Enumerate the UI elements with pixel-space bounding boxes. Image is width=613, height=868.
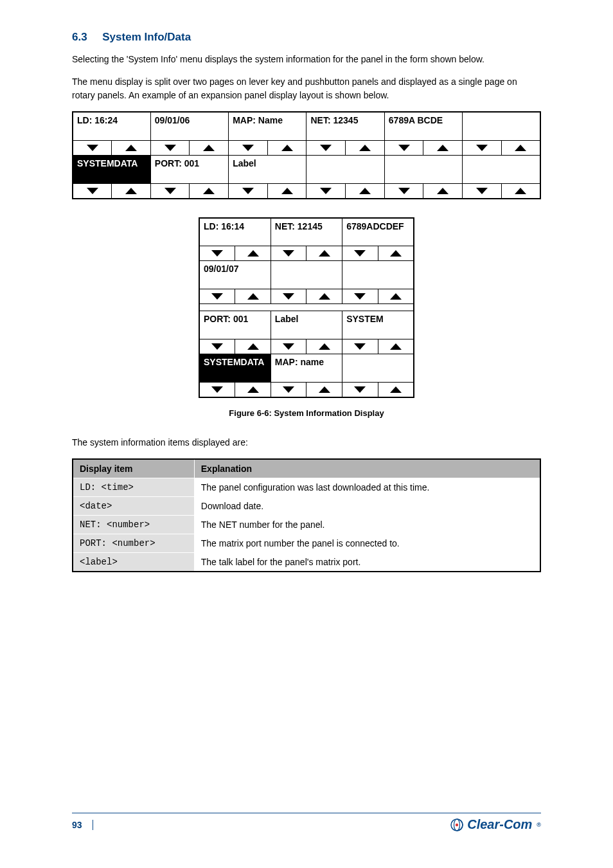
panel-wide-cell [463,155,540,183]
up-arrow-icon [423,184,462,198]
down-arrow-icon [151,184,190,198]
info-table-key: <label> [73,553,194,572]
up-arrow-icon [502,184,540,198]
up-arrow-icon [112,141,150,155]
up-arrow-icon [502,141,540,155]
up-arrow-icon [378,339,413,354]
up-arrow-icon [235,383,270,397]
figure-text: System Information Display [274,408,384,418]
panel-narrow-cell [271,261,342,289]
up-arrow-icon [190,184,228,198]
up-arrow-icon [306,383,342,397]
info-table-key: PORT: <number> [73,534,194,553]
table-row: NET: <number> The NET number for the pan… [73,516,540,534]
down-arrow-icon [229,184,268,198]
info-table: Display item Explanation LD: <time> The … [72,458,541,572]
table-header-row: Display item Explanation [73,459,540,478]
up-arrow-icon [235,339,270,354]
panel-wide-cell: 09/01/06 [150,112,228,140]
up-arrow-icon [378,246,413,260]
panel-narrow-cell: PORT: 001 [199,311,271,339]
info-table-key: LD: <time> [73,478,194,497]
page: 6.3 System Info/Data Selecting the 'Syst… [0,0,613,868]
brand-icon [450,818,463,831]
panel-narrow-cell [342,354,414,383]
panel-narrow-cell-systemdata: SYSTEMDATA [199,354,271,383]
info-table-val: Download date. [194,497,540,516]
up-arrow-icon [268,184,306,198]
up-arrow-icon [235,246,270,260]
down-arrow-icon [342,289,378,303]
intro-paragraph-2: The menu display is split over two pages… [72,75,541,102]
info-table-header: Display item [73,459,194,478]
down-arrow-icon [342,383,378,397]
down-arrow-icon [200,289,235,303]
down-arrow-icon [342,339,378,354]
down-arrow-icon [271,289,307,303]
svg-point-2 [456,823,458,826]
panel-wide-cell [306,155,384,183]
panel-wide-cell: NET: 12345 [306,112,384,140]
panel-divider [271,304,342,311]
down-arrow-icon [463,184,501,198]
info-table-val: The talk label for the panel's matrix po… [194,553,540,572]
info-table-val: The matrix port number the panel is conn… [194,534,540,553]
up-arrow-icon [306,246,342,260]
section-number: 6.3 [72,31,87,43]
down-arrow-icon [306,141,346,155]
table-row: <label> The talk label for the panel's m… [73,553,540,572]
footer-rule [72,813,541,813]
panel-narrow-cell: LD: 16:14 [199,218,271,246]
panel-narrow-cell [342,261,414,289]
down-arrow-icon [271,246,307,260]
panel-wide-cell: MAP: Name [229,112,306,140]
panel-narrow-cell: SYSTEM [342,311,414,339]
panel-divider [199,304,271,311]
down-arrow-icon [385,141,424,155]
down-arrow-icon [306,184,346,198]
down-arrow-icon [73,184,112,198]
section-title: 6.3 System Info/Data [72,31,541,44]
down-arrow-icon [73,141,112,155]
page-footer: 93 Clear-Com® [72,813,541,832]
panel-wide-cell: Label [229,155,306,183]
panel-narrow: LD: 16:14 NET: 12145 6789ADCDEF 09/01/07 [199,217,414,399]
panel-wide-cell [463,112,540,140]
section-heading: System Info/Data [102,31,191,43]
down-arrow-icon [151,141,190,155]
panel-wide-cell: PORT: 001 [150,155,228,183]
up-arrow-icon [235,289,270,303]
info-table-key: NET: <number> [73,516,194,534]
panel-wide-cell: LD: 16:24 [73,112,150,140]
up-arrow-icon [346,184,384,198]
panel-narrow-cell: 6789ADCDEF [342,218,414,246]
panel-wide-cell-systemdata: SYSTEMDATA [73,155,150,183]
info-table-val: The NET number for the panel. [194,516,540,534]
down-arrow-icon [342,246,378,260]
figure-caption: Figure 6-6: System Information Display [72,408,541,418]
panel-wide-cell: 6789A BCDE [384,112,462,140]
page-number: 93 [72,820,93,830]
up-arrow-icon [378,289,413,303]
down-arrow-icon [200,246,235,260]
info-lead-text: The system information items displayed a… [72,436,541,449]
down-arrow-icon [200,339,235,354]
down-arrow-icon [200,383,235,397]
brand-name: Clear-Com [467,817,532,832]
down-arrow-icon [463,141,501,155]
panel-wide-cell [384,155,462,183]
up-arrow-icon [423,141,462,155]
brand-logo: Clear-Com® [450,817,541,832]
up-arrow-icon [268,141,306,155]
panel-narrow-cell: MAP: name [271,354,342,383]
up-arrow-icon [346,141,384,155]
info-table-key: <date> [73,497,194,516]
figure-number: Figure 6-6: [229,408,271,418]
panel-narrow-cell: Label [271,311,342,339]
brand-registered: ® [537,822,541,828]
up-arrow-icon [112,184,150,198]
up-arrow-icon [306,339,342,354]
table-row: PORT: <number> The matrix port number th… [73,534,540,553]
table-row: <date> Download date. [73,497,540,516]
up-arrow-icon [378,383,413,397]
